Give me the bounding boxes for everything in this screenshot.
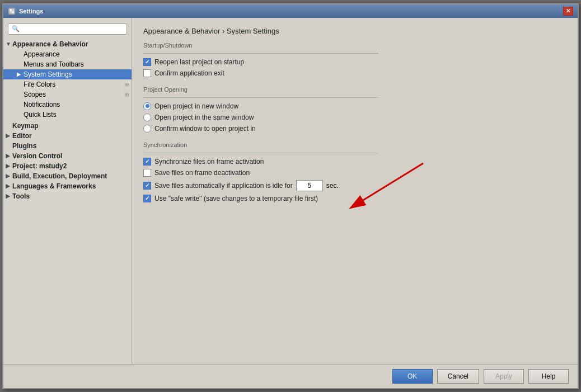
arrow [17,111,24,117]
section-divider [143,97,378,98]
arrow: ▶ [6,173,12,179]
save-idle-checkbox[interactable] [143,182,151,190]
ok-button[interactable]: OK [392,369,433,384]
collapse-arrow: ▼ [6,41,12,47]
search-icon: 🔍 [12,25,20,32]
confirm-exit-checkbox[interactable] [143,69,151,77]
close-button[interactable]: ✕ [563,7,573,16]
svg-rect-4 [12,11,14,13]
sidebar-item-tools[interactable]: ▶ Tools [3,191,132,201]
same-window-label[interactable]: Open project in the same window [143,114,254,121]
svg-rect-1 [10,9,12,11]
safe-write-row: Use "safe write" (save changes to a temp… [143,195,566,202]
help-button[interactable]: Help [528,369,569,384]
arrow [17,81,24,87]
confirm-exit-row: Confirm application exit [143,69,566,77]
sidebar-item-scopes[interactable]: Scopes ⊞ [3,89,132,100]
sidebar-item-quick-lists[interactable]: Quick Lists [3,110,132,120]
synchronization-section: Synchronization Synchronize files on fra… [143,141,566,202]
sidebar-item-menus-toolbars[interactable]: Menus and Toolbars [3,59,132,69]
svg-rect-2 [12,9,14,11]
apply-button[interactable]: Apply [484,369,524,384]
sidebar-item-notifications[interactable]: Notifications [3,100,132,110]
cancel-button[interactable]: Cancel [437,369,479,384]
sidebar-label: Tools [12,192,30,200]
project-opening-label: Project Opening [143,86,566,93]
svg-rect-3 [10,11,12,13]
arrow: ▶ [6,133,12,139]
sync-on-frame-label[interactable]: Synchronize files on frame activation [143,158,264,166]
section-divider [143,53,378,54]
new-window-radio[interactable] [143,102,151,110]
save-idle-label[interactable]: Save files automatically if application … [143,182,293,190]
reopen-project-row: Reopen last project on startup [143,58,566,66]
save-idle-unit: sec. [326,182,339,190]
confirm-exit-label[interactable]: Confirm application exit [143,69,224,77]
sidebar-label: Appearance [24,50,60,58]
config-icon: ⊞ [125,82,129,87]
synchronization-label: Synchronization [143,141,566,148]
sidebar-label: Scopes [24,91,46,98]
confirm-window-row: Confirm window to open project in [143,125,566,133]
new-window-row: Open project in new window [143,102,566,110]
sidebar-item-appearance[interactable]: Appearance [3,49,132,59]
arrow: ▶ [17,71,24,77]
arrow: ▶ [6,153,12,159]
sidebar-label: Version Control [12,152,62,160]
sidebar-item-system-settings[interactable]: ▶ System Settings [3,69,132,79]
arrow [17,51,24,57]
main-panel: Appearance & Behavior › System Settings … [132,18,578,364]
sidebar-item-file-colors[interactable]: File Colors ⊞ [3,79,132,89]
sidebar-label: Quick Lists [24,111,57,119]
safe-write-checkbox[interactable] [143,195,151,202]
sidebar-label: Plugins [12,142,36,150]
sidebar-label: File Colors [24,81,55,88]
sync-on-frame-row: Synchronize files on frame activation [143,158,566,166]
config-icon: ⊞ [125,92,129,97]
arrow: ▶ [6,193,12,199]
save-on-deactivation-checkbox[interactable] [143,169,151,177]
arrow [17,61,24,67]
safe-write-label[interactable]: Use "safe write" (save changes to a temp… [143,195,318,202]
new-window-label[interactable]: Open project in new window [143,102,238,110]
sidebar-item-keymap[interactable]: Keymap [3,121,132,131]
reopen-project-checkbox[interactable] [143,58,151,66]
sidebar-label: Languages & Frameworks [12,182,96,190]
section-divider [143,153,378,153]
save-idle-input[interactable] [296,180,323,191]
reopen-project-label[interactable]: Reopen last project on startup [143,58,244,66]
sidebar-label: System Settings [24,70,72,78]
confirm-window-label[interactable]: Confirm window to open project in [143,125,256,133]
sidebar-label: Notifications [24,101,60,108]
project-opening-section: Project Opening Open project in new wind… [143,86,566,133]
sidebar: 🔍 ▼ Appearance & Behavior Appearance Men… [3,18,132,364]
arrow [17,101,24,107]
arrow [6,143,12,149]
confirm-window-radio[interactable] [143,125,151,133]
sidebar-item-plugins[interactable]: Plugins [3,141,132,151]
search-input[interactable] [22,25,123,33]
same-window-radio[interactable] [143,114,151,121]
startup-shutdown-section: Startup/Shutdown Reopen last project on … [143,42,566,77]
sidebar-item-project[interactable]: ▶ Project: mstudy2 [3,161,132,171]
search-box[interactable]: 🔍 [8,23,127,35]
sidebar-label: Build, Execution, Deployment [12,172,107,180]
arrow [17,91,24,97]
sidebar-item-languages-frameworks[interactable]: ▶ Languages & Frameworks [3,181,132,191]
sidebar-item-editor[interactable]: ▶ Editor [3,131,132,141]
sidebar-label: Menus and Toolbars [24,60,84,68]
save-idle-row: Save files automatically if application … [143,180,566,191]
breadcrumb: Appearance & Behavior › System Settings [143,27,566,35]
sidebar-item-build-execution[interactable]: ▶ Build, Execution, Deployment [3,171,132,181]
window-icon [8,7,16,15]
content-area: 🔍 ▼ Appearance & Behavior Appearance Men… [3,18,578,364]
sync-on-frame-checkbox[interactable] [143,158,151,166]
save-on-deactivation-label[interactable]: Save files on frame deactivation [143,169,250,177]
same-window-row: Open project in the same window [143,114,566,121]
save-on-deactivation-row: Save files on frame deactivation [143,169,566,177]
bottom-bar: OK Cancel Apply Help [3,364,578,388]
sidebar-item-version-control[interactable]: ▶ Version Control [3,151,132,161]
window-title: Settings [19,8,563,15]
sidebar-item-appearance-behavior[interactable]: ▼ Appearance & Behavior [3,39,132,49]
sidebar-label: Keymap [12,122,39,130]
